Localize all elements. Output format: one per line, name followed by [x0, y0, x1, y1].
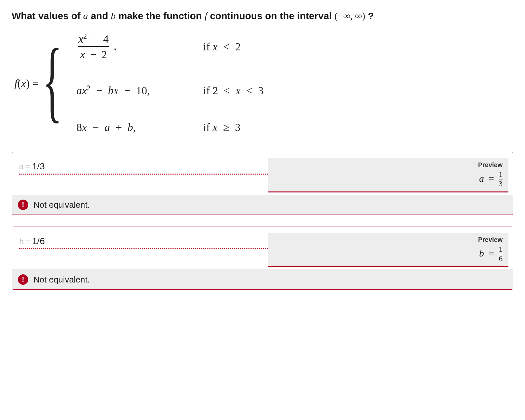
cond1-op: < — [221, 41, 232, 53]
q-mid1: and — [91, 10, 111, 21]
c2-x: x — [82, 85, 87, 97]
input-b-eq: = — [25, 236, 30, 246]
piecewise-cases: x2 − 4 x − 2 , if x < 2 ax2 − bx − — [76, 33, 263, 134]
c1-comma: , — [114, 40, 117, 52]
answer-group-a: a = 1/3 Preview a = 1 3 ! Not equivalent… — [12, 152, 513, 215]
case-2-expr: ax2 − bx − 10, — [76, 84, 193, 97]
q-suffix: ? — [368, 10, 374, 21]
case-1-cond: if x < 2 — [203, 40, 263, 53]
c2-a: a — [76, 85, 82, 97]
input-b-var: b — [19, 236, 24, 246]
cond2-lo: 2 — [213, 85, 218, 97]
preview-label-b: Preview — [274, 236, 503, 243]
preview-label-a: Preview — [274, 161, 503, 169]
cond1-val: 2 — [235, 41, 241, 53]
c3-8: 8 — [76, 121, 82, 133]
cond2-le: ≤ — [221, 85, 233, 97]
var-b: b — [111, 10, 116, 21]
answer-input-a[interactable]: a = 1/3 — [19, 161, 273, 175]
preview-box-a: Preview a = 1 3 — [268, 158, 508, 192]
feedback-text-b: Not equivalent. — [33, 275, 90, 285]
error-icon: ! — [18, 274, 28, 285]
c1-num-minus: − — [90, 33, 100, 45]
cond1-x: x — [213, 41, 218, 53]
var-f: f — [204, 10, 207, 21]
feedback-bar-a: ! Not equivalent. — [12, 195, 513, 215]
case-2-cond: if 2 ≤ x < 3 — [203, 84, 263, 97]
pv-b-var: b — [479, 248, 484, 258]
c3-b: b — [128, 121, 133, 133]
question-text: What values of a and b make the function… — [12, 9, 513, 23]
cond2-lt: < — [244, 85, 255, 97]
q-mid3: continuous on the interval — [210, 10, 334, 21]
c2-minus1: − — [94, 85, 105, 97]
question-prefix: What values of — [12, 10, 83, 21]
input-a-eq: = — [25, 161, 30, 172]
answer-row-a: a = 1/3 Preview a = 1 3 — [12, 152, 513, 195]
pv-a-den: 3 — [499, 179, 503, 188]
lhs-x: x — [21, 77, 26, 89]
input-b-value: 1/6 — [32, 236, 45, 246]
cond2-hi: 3 — [258, 85, 263, 97]
answer-input-b[interactable]: b = 1/6 — [19, 236, 273, 249]
pv-b-num: 1 — [499, 245, 503, 254]
input-a-var: a — [19, 161, 24, 172]
q-mid2: make the function — [118, 10, 204, 21]
c2-x2: x — [114, 85, 119, 97]
c3-plus: + — [113, 121, 124, 133]
c3-comma: , — [133, 121, 136, 133]
pv-a-num: 1 — [499, 171, 503, 179]
c2-minus2: − — [122, 85, 133, 97]
case-3-expr: 8x − a + b, — [76, 121, 193, 134]
answer-row-b: b = 1/6 Preview b = 1 6 — [12, 227, 513, 269]
c1-den-x: x — [80, 48, 85, 60]
error-icon: ! — [18, 200, 28, 210]
pv-b-den: 6 — [499, 254, 503, 262]
c1-den-minus: − — [88, 48, 98, 60]
piecewise-function: f(x) = { x2 − 4 x − 2 , if x < — [14, 33, 513, 134]
preview-box-b: Preview b = 1 6 — [268, 233, 508, 267]
c3-x: x — [82, 121, 87, 133]
c3-minus: − — [90, 121, 101, 133]
left-brace-icon: { — [43, 43, 62, 118]
cond2-x: x — [236, 85, 240, 97]
cond3-ge: ≥ — [221, 121, 232, 133]
cond3-if: if — [203, 121, 212, 133]
var-a: a — [83, 10, 88, 21]
input-a-value: 1/3 — [32, 161, 45, 172]
cond1-if: if — [203, 41, 212, 53]
case-3-cond: if x ≥ 3 — [203, 121, 263, 134]
preview-math-a: a = 1 3 — [274, 171, 503, 188]
c1-num-x: x — [78, 33, 83, 45]
c2-comma: , — [147, 85, 150, 97]
answer-group-b: b = 1/6 Preview b = 1 6 ! Not equivalent… — [12, 227, 513, 290]
interval: (−∞, ∞) — [335, 10, 365, 21]
cond3-val: 3 — [235, 121, 240, 133]
cond3-x: x — [213, 121, 218, 133]
pv-a-var: a — [479, 173, 484, 184]
c1-num-4: 4 — [103, 33, 109, 45]
feedback-text-a: Not equivalent. — [33, 200, 90, 210]
fraction: x2 − 4 x − 2 — [76, 33, 110, 60]
c2-b: b — [108, 85, 114, 97]
c2-10: 10 — [136, 85, 147, 97]
case-1-expr: x2 − 4 x − 2 , — [76, 33, 193, 60]
c1-den-2: 2 — [101, 48, 107, 60]
piecewise-lhs: f(x) = — [14, 77, 39, 90]
cond2-if: if — [203, 85, 212, 97]
preview-math-b: b = 1 6 — [274, 245, 503, 262]
feedback-bar-b: ! Not equivalent. — [12, 269, 513, 289]
c3-a: a — [104, 121, 110, 133]
